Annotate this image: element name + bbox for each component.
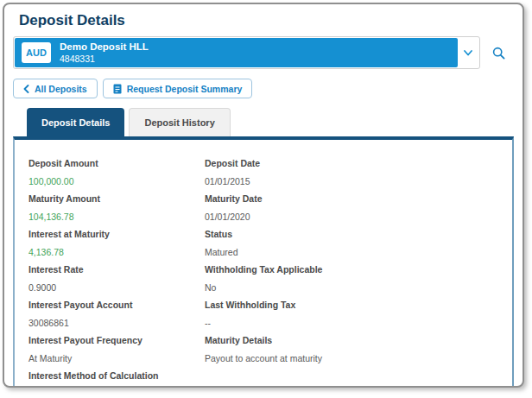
deposit-details-window: Deposit Details AUD Demo Deposit HLL 484…: [3, 3, 524, 388]
tab-deposit-history[interactable]: Deposit History: [129, 108, 230, 136]
all-deposits-button[interactable]: All Deposits: [13, 79, 98, 98]
field-interest-payout-account: Interest Payout Account 30086861: [28, 300, 205, 335]
field-interest-rate: Interest Rate 0.9000: [28, 264, 205, 300]
search-icon[interactable]: [486, 41, 510, 65]
field-deposit-date: Deposit Date 01/01/2015: [205, 158, 504, 193]
field-interest-method-of-calculation: Interest Method of Calculation 365: [28, 370, 205, 388]
deposit-number: 4848331: [60, 54, 149, 65]
empty-cell: [205, 370, 504, 388]
details-grid: Deposit Amount 100,000.00 Deposit Date 0…: [15, 140, 512, 388]
field-maturity-amount: Maturity Amount 104,136.78: [28, 193, 205, 229]
field-status: Status Matured: [205, 229, 504, 264]
chevron-left-icon: [23, 85, 29, 93]
page-title: Deposit Details: [19, 12, 522, 29]
request-deposit-summary-label: Request Deposit Summary: [127, 84, 243, 94]
field-maturity-details: Maturity Details Payout to account at ma…: [205, 335, 504, 370]
currency-badge: AUD: [22, 42, 51, 63]
deposit-selector-row: AUD Demo Deposit HLL 4848331: [13, 36, 510, 69]
deposit-selector-selected-option: AUD Demo Deposit HLL 4848331: [15, 38, 458, 67]
field-maturity-date: Maturity Date 01/01/2020: [205, 193, 504, 229]
field-last-withholding-tax: Last Withholding Tax --: [205, 300, 504, 335]
field-withholding-tax-applicable: Withholding Tax Applicable No: [205, 264, 504, 300]
tab-deposit-details[interactable]: Deposit Details: [27, 108, 124, 136]
deposit-selector[interactable]: AUD Demo Deposit HLL 4848331: [13, 36, 480, 69]
request-deposit-summary-button[interactable]: Request Deposit Summary: [103, 79, 253, 98]
field-interest-payout-frequency: Interest Payout Frequency At Maturity: [28, 335, 205, 370]
all-deposits-label: All Deposits: [35, 84, 87, 94]
field-deposit-amount: Deposit Amount 100,000.00: [28, 158, 205, 193]
deposit-details-panel: Deposit Amount 100,000.00 Deposit Date 0…: [13, 136, 514, 388]
chevron-down-icon[interactable]: [458, 38, 478, 67]
toolbar: All Deposits Request Deposit Summary: [13, 79, 522, 98]
tab-bar: Deposit Details Deposit History: [27, 108, 522, 136]
field-interest-at-maturity: Interest at Maturity 4,136.78: [28, 229, 205, 264]
deposit-name: Demo Deposit HLL: [60, 41, 149, 53]
document-icon: [113, 84, 122, 94]
